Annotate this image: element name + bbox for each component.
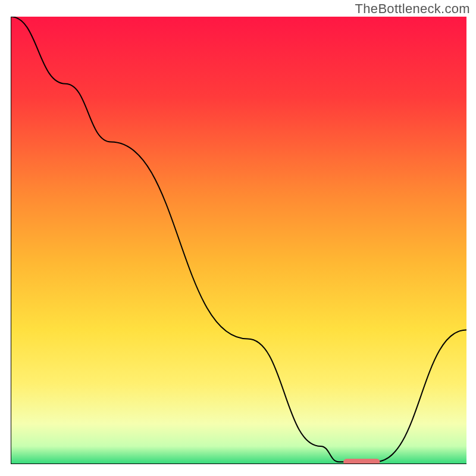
plot-area <box>11 17 466 464</box>
chart-svg <box>11 17 466 464</box>
target-marker <box>343 459 380 464</box>
watermark-text: TheBottleneck.com <box>355 1 470 17</box>
chart-container: TheBottleneck.com <box>0 0 476 476</box>
gradient-background <box>11 17 466 464</box>
